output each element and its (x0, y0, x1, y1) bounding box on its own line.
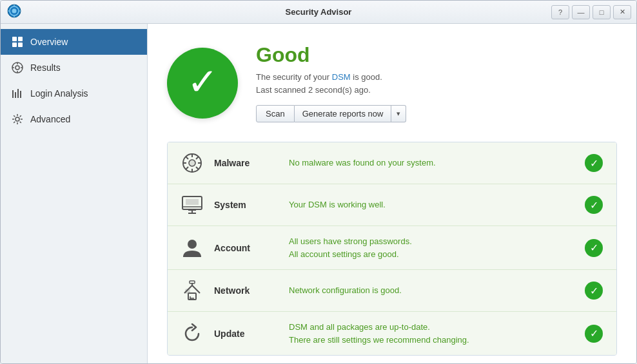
account-desc: All users have strong passwords. All acc… (289, 235, 574, 260)
system-check-icon: ✓ (585, 196, 603, 214)
window-title: Security Advisor (286, 7, 352, 17)
svg-rect-3 (12, 37, 17, 41)
sidebar: Overview Results (1, 24, 148, 363)
status-actions: Scan Generate reports now ▾ (256, 105, 406, 122)
system-desc: Your DSM is working well. (289, 198, 574, 211)
results-icon (11, 61, 24, 74)
svg-point-17 (15, 117, 19, 121)
overview-icon (11, 35, 24, 48)
svg-point-2 (12, 9, 17, 14)
svg-rect-4 (18, 37, 23, 41)
app-window: Security Advisor ? — □ ✕ Overview (0, 0, 637, 364)
svg-rect-31 (186, 199, 199, 205)
generate-reports-dropdown[interactable]: ▾ (391, 105, 406, 122)
update-check-icon: ✓ (585, 325, 603, 343)
login-analysis-label: Login Analysis (30, 88, 88, 99)
results-label: Results (30, 62, 61, 73)
svg-point-35 (188, 240, 197, 249)
svg-rect-5 (12, 43, 17, 47)
status-line1: The security of your DSM is good. (256, 72, 382, 82)
advanced-icon (11, 113, 24, 126)
help-button[interactable]: ? (551, 5, 569, 19)
svg-rect-39 (190, 281, 195, 283)
network-check-icon: ✓ (585, 282, 603, 300)
svg-rect-37 (186, 289, 190, 293)
update-desc: DSM and all packages are up-to-date. The… (289, 321, 574, 346)
window-controls: ? — □ ✕ (551, 5, 631, 19)
sidebar-item-results[interactable]: Results (1, 55, 147, 81)
network-status: ✓ (584, 282, 603, 300)
update-status: ✓ (584, 325, 603, 343)
status-description: The security of your DSM is good. Last s… (256, 71, 406, 96)
svg-rect-16 (20, 91, 21, 98)
status-line2: Last scanned 2 second(s) ago. (256, 85, 371, 95)
close-button[interactable]: ✕ (613, 5, 631, 19)
system-status: ✓ (584, 196, 603, 214)
svg-line-26 (196, 157, 199, 159)
malware-desc: No malware was found on your system. (289, 157, 574, 169)
network-name: Network (214, 285, 279, 296)
account-name: Account (214, 243, 279, 253)
login-analysis-icon (11, 87, 24, 100)
status-info: Good The security of your DSM is good. L… (256, 43, 406, 122)
check-table: Malware No malware was found on your sys… (167, 142, 617, 356)
malware-status: ✓ (584, 154, 603, 172)
maximize-button[interactable]: □ (593, 5, 611, 19)
system-name: System (214, 200, 279, 210)
svg-rect-15 (17, 89, 19, 98)
table-row: Malware No malware was found on your sys… (168, 142, 616, 184)
sidebar-item-overview[interactable]: Overview (1, 29, 147, 55)
table-row: Update DSM and all packages are up-to-da… (168, 312, 616, 355)
malware-icon (181, 151, 204, 175)
account-icon (181, 236, 204, 260)
system-icon (181, 193, 204, 216)
malware-name: Malware (214, 158, 279, 168)
svg-line-25 (196, 167, 199, 169)
overview-label: Overview (30, 37, 68, 47)
generate-reports-button[interactable]: Generate reports now (295, 105, 392, 122)
table-row: Network Network configuration is good. ✓ (168, 270, 616, 312)
advanced-label: Advanced (30, 114, 70, 124)
svg-rect-14 (15, 92, 16, 98)
svg-line-27 (186, 167, 188, 169)
table-row: Account All users have strong passwords.… (168, 226, 616, 270)
sidebar-item-login-analysis[interactable]: Login Analysis (1, 81, 147, 106)
status-section: ✓ Good The security of your DSM is good.… (167, 43, 617, 122)
network-icon (181, 279, 204, 302)
svg-point-19 (188, 159, 196, 167)
svg-rect-6 (18, 43, 23, 47)
update-icon (181, 322, 204, 345)
minimize-button[interactable]: — (572, 5, 590, 19)
status-circle: ✓ (167, 48, 238, 119)
scan-button[interactable]: Scan (256, 105, 295, 122)
svg-point-8 (15, 66, 19, 70)
dsm-link[interactable]: DSM (332, 72, 351, 82)
check-mark-icon: ✓ (187, 63, 219, 101)
network-desc: Network configuration is good. (289, 284, 574, 297)
app-icon (7, 4, 21, 20)
title-bar: Security Advisor ? — □ ✕ (1, 1, 636, 24)
svg-line-24 (186, 157, 188, 159)
update-name: Update (214, 329, 279, 339)
account-check-icon: ✓ (585, 239, 603, 257)
svg-rect-13 (12, 90, 14, 98)
table-row: System Your DSM is working well. ✓ (168, 184, 616, 226)
sidebar-item-advanced[interactable]: Advanced (1, 106, 147, 132)
content-area: Overview Results (1, 24, 636, 363)
main-content: ✓ Good The security of your DSM is good.… (148, 24, 636, 363)
status-label: Good (256, 43, 406, 67)
account-status: ✓ (584, 239, 603, 257)
malware-check-icon: ✓ (585, 154, 603, 172)
